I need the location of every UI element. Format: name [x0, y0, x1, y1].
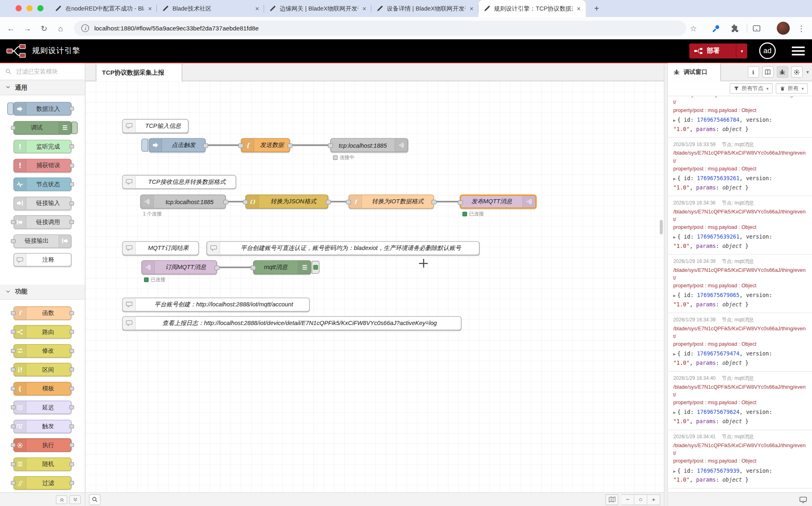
comment-node[interactable]: 平台账号创建：http://localhost:2888/iot/mqtt/ac… [122, 297, 310, 311]
debug-filter-button[interactable]: 所有节点 ▾ [730, 83, 773, 94]
output-port[interactable] [214, 265, 220, 270]
debug-message[interactable]: 2026/1/29 16:35:50节点: mqtt消息/blade/sys/E… [668, 489, 812, 492]
output-port[interactable] [69, 462, 74, 466]
output-port[interactable] [69, 424, 74, 428]
debug-toggle-button[interactable] [312, 261, 320, 274]
zoom-in-button[interactable]: + [647, 494, 660, 505]
input-port[interactable] [328, 143, 333, 148]
input-port[interactable] [346, 200, 351, 204]
debug-message-list[interactable]: /blade/sys/E7N1cQPFik5/KxCiFW8VYc0s66aJ/… [668, 96, 812, 492]
debug-message[interactable]: 2026/1/29 16:34:41节点: mqtt消息/blade/sys/E… [668, 430, 812, 489]
palette-node[interactable]: 调试 [13, 121, 71, 134]
tab-close-icon[interactable]: × [253, 4, 261, 12]
palette-node[interactable]: 捕获错误 [13, 159, 71, 172]
debug-payload[interactable]: ▶{ id: 1769675679939, version:"1.0", par… [673, 466, 807, 484]
output-port[interactable] [69, 405, 74, 409]
input-port[interactable] [11, 349, 15, 353]
debug-payload[interactable]: ▶{ id: 1769675679065, version:"1.0", par… [673, 291, 807, 308]
flow-node[interactable]: 点击触发 [149, 138, 205, 152]
deploy-button[interactable]: 部署 ▾ [689, 43, 747, 58]
forward-icon[interactable]: → [21, 17, 34, 39]
sidebar-panel-icon[interactable] [750, 17, 763, 39]
browser-tab[interactable]: 边缘网关 | BladeX物联网开发平× [264, 0, 371, 17]
palette-node[interactable]: f函数 [13, 306, 71, 319]
output-port[interactable] [69, 220, 74, 224]
canvas-search-icon[interactable] [89, 494, 100, 505]
palette-node[interactable]: 数据注入 [13, 102, 71, 115]
palette-node[interactable]: 随机 [13, 457, 71, 471]
menu-kebab-icon[interactable]: ⋮ [795, 17, 808, 39]
flow-node[interactable]: 发布MQTT消息 [460, 195, 537, 209]
palette-node[interactable]: {模板 [13, 382, 71, 395]
output-port[interactable] [69, 329, 74, 334]
debug-tab[interactable]: 调试窗口 [668, 63, 721, 82]
palette-search-input[interactable] [15, 68, 80, 75]
browser-tab[interactable]: 规则设计引擎：TCP协议数据采× [479, 0, 586, 17]
debug-payload[interactable]: ▶{ id: 1769675639261, version:"1.0", par… [673, 174, 807, 192]
palette-section-header[interactable]: 通用 [0, 80, 85, 95]
expand-all-icon[interactable] [69, 495, 81, 504]
comment-node[interactable]: MQTT订阅结果 [122, 241, 199, 255]
input-port[interactable] [243, 200, 248, 204]
palette-node[interactable]: 链接输出 [13, 234, 71, 248]
palette-node[interactable]: 节点状态 [13, 177, 71, 191]
palette-node[interactable]: 延迟 [13, 400, 71, 414]
flow-node[interactable]: tcp:localhost:1885 [330, 138, 408, 152]
output-port[interactable] [69, 311, 74, 315]
browser-tab[interactable]: 在nodeRED中配置不成功 - Bla× [50, 0, 157, 17]
expand-triangle-icon[interactable]: ▶ [673, 352, 676, 356]
profile-avatar[interactable] [777, 22, 790, 35]
site-info-icon[interactable]: i [81, 24, 89, 32]
comment-node[interactable]: 平台创建账号可直连认证，账号密码均为：bladexiot，生产环境请务必删除默认… [207, 241, 479, 255]
tab-close-icon[interactable]: × [575, 4, 583, 12]
info-icon[interactable]: i [748, 66, 759, 78]
back-icon[interactable]: ← [4, 17, 17, 39]
canvas-scrollbar[interactable] [660, 220, 663, 235]
zoom-out-button[interactable]: − [622, 494, 635, 505]
home-icon[interactable]: ⌂ [54, 17, 67, 39]
expand-triangle-icon[interactable]: ▶ [673, 177, 676, 181]
deploy-options-caret[interactable]: ▾ [736, 43, 747, 58]
input-port[interactable] [458, 200, 463, 205]
inject-button[interactable] [7, 103, 13, 115]
expand-triangle-icon[interactable]: ▶ [673, 118, 676, 123]
palette-search[interactable] [0, 63, 85, 80]
palette-node[interactable]: 区间 [13, 363, 71, 376]
flow-node[interactable]: {发送数据 [241, 138, 290, 152]
flow-node[interactable]: tcp:localhost:1885 [140, 195, 226, 209]
hamburger-menu-icon[interactable] [792, 47, 805, 57]
extensions-puzzle-icon[interactable] [729, 17, 741, 39]
output-port[interactable] [69, 201, 74, 205]
flow-canvas[interactable]: TCP输入信息TCP接收信息并转换数据格式MQTT订阅结果平台创建账号可直连认证… [85, 81, 664, 492]
caret-down-icon[interactable]: ▾ [806, 69, 809, 75]
output-port[interactable] [203, 143, 208, 148]
output-port[interactable] [69, 107, 74, 111]
expand-triangle-icon[interactable]: ▶ [673, 235, 676, 239]
expand-triangle-icon[interactable]: ▶ [673, 293, 676, 298]
user-avatar[interactable]: ad [759, 43, 776, 59]
reload-icon[interactable]: ↻ [37, 17, 51, 39]
comment-node[interactable]: TCP接收信息并转换数据格式 [122, 175, 236, 189]
debug-payload[interactable]: ▶{ id: 1769675639261, version:"1.0", par… [673, 233, 807, 250]
palette-node[interactable]: 触发 [13, 420, 71, 433]
output-port[interactable] [69, 481, 74, 485]
debug-message[interactable]: 2026/1/29 16:34:39节点: mqtt消息/blade/sys/E… [668, 313, 812, 372]
output-port[interactable] [223, 200, 229, 204]
debug-message[interactable]: 2026/1/29 16:34:39节点: mqtt消息/blade/sys/E… [668, 255, 812, 313]
input-port[interactable] [11, 125, 15, 129]
input-port[interactable] [11, 311, 15, 315]
tab-close-icon[interactable]: × [468, 4, 475, 12]
window-zoom-button[interactable] [37, 5, 43, 11]
output-port[interactable] [69, 368, 74, 372]
input-port[interactable] [11, 220, 15, 224]
sidebar-resize-handle[interactable] [664, 63, 668, 506]
collapse-all-icon[interactable] [56, 495, 67, 504]
palette-node[interactable]: 修改 [13, 344, 71, 357]
output-port[interactable] [69, 144, 74, 149]
palette-node[interactable]: 执行 [13, 438, 71, 452]
browser-tab[interactable]: Blade技术社区× [157, 0, 264, 17]
input-port[interactable] [11, 239, 15, 243]
flow-tab[interactable]: TCP协议数据采集上报 [96, 63, 182, 82]
output-port[interactable] [69, 386, 74, 390]
debug-message[interactable]: 2026/1/29 16:34:40节点: mqtt消息/blade/sys/E… [668, 372, 812, 430]
